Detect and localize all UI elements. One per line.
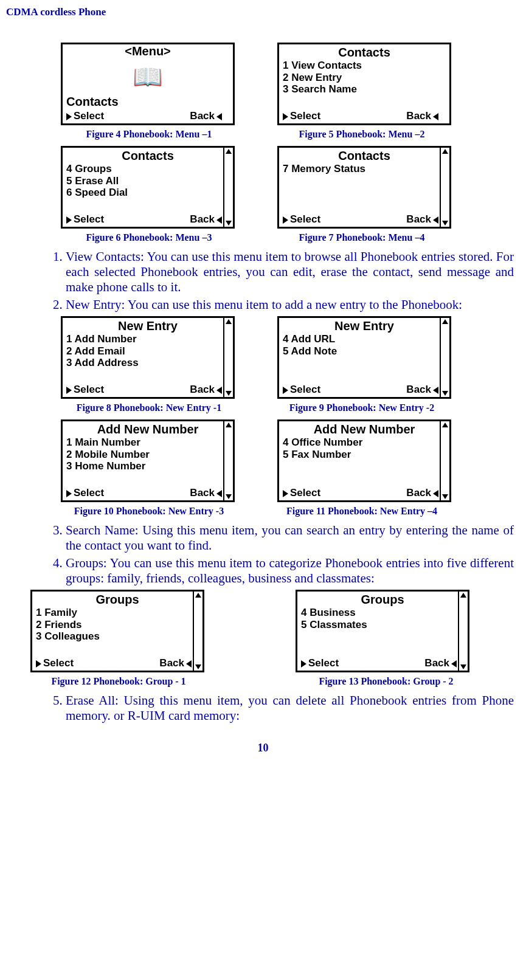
figure-caption: Figure 10 Phonebook: New Entry -3 bbox=[61, 506, 237, 517]
book-icon: 📖 bbox=[63, 58, 233, 95]
figure-row-2: Contacts 4 Groups 5 Erase All 6 Speed Di… bbox=[6, 146, 520, 229]
lcd-groups-1: Groups 1 Family 2 Friends 3 Colleagues S… bbox=[30, 590, 204, 672]
figure-caption: Figure 7 Phonebook: Menu –4 bbox=[274, 232, 450, 243]
lcd-menu-4: Contacts 7 Memory Status Select Back bbox=[277, 146, 451, 229]
scroll-down-icon bbox=[442, 221, 448, 226]
figure-caption: Figure 12 Phonebook: Group - 1 bbox=[30, 676, 207, 687]
scroll-up-icon bbox=[442, 149, 448, 154]
lcd-menu-3: Contacts 4 Groups 5 Erase All 6 Speed Di… bbox=[61, 146, 235, 229]
figure-caption: Figure 9 Phonebook: New Entry -2 bbox=[274, 402, 450, 413]
figure-caption: Figure 8 Phonebook: New Entry -1 bbox=[61, 402, 237, 413]
lcd-label: Contacts bbox=[63, 95, 233, 109]
menu-item: 6 Speed Dial bbox=[66, 187, 230, 199]
back-softkey: Back bbox=[190, 110, 222, 122]
figure-caption: Figure 5 Phonebook: Menu –2 bbox=[274, 129, 450, 140]
lcd-newentry-1: New Entry 1 Add Number 2 Add Email 3 Add… bbox=[61, 316, 235, 399]
caption-row: Figure 6 Phonebook: Menu –3 Figure 7 Pho… bbox=[6, 232, 520, 243]
figure-row-4: Add New Number 1 Main Number 2 Mobile Nu… bbox=[6, 419, 520, 502]
body-text: Search Name: Using this menu item, you c… bbox=[6, 523, 520, 586]
caption-row: Figure 8 Phonebook: New Entry -1 Figure … bbox=[6, 402, 520, 413]
back-softkey: Back bbox=[406, 110, 438, 122]
triangle-right-icon bbox=[283, 387, 288, 394]
menu-item: 3 Add Address bbox=[66, 357, 230, 369]
lcd-title: Add New Number bbox=[63, 421, 233, 437]
back-softkey: Back bbox=[406, 384, 438, 396]
triangle-right-icon bbox=[283, 490, 288, 497]
select-softkey: Select bbox=[66, 384, 104, 396]
scroll-down-icon bbox=[195, 664, 201, 669]
menu-item: 2 New Entry bbox=[283, 72, 447, 84]
figure-caption: Figure 6 Phonebook: Menu –3 bbox=[61, 232, 237, 243]
triangle-right-icon bbox=[66, 387, 72, 394]
list-item: View Contacts: You can use this menu ite… bbox=[66, 249, 514, 295]
menu-item: 4 Add URL bbox=[283, 333, 447, 345]
menu-item: 1 Family bbox=[36, 607, 200, 619]
menu-item: 3 Home Number bbox=[66, 460, 230, 472]
menu-item: 3 Colleagues bbox=[36, 630, 200, 643]
select-softkey: Select bbox=[283, 384, 320, 396]
scroll-down-icon bbox=[460, 664, 466, 669]
triangle-right-icon bbox=[301, 660, 306, 668]
select-softkey: Select bbox=[36, 657, 74, 669]
menu-item: 1 Main Number bbox=[66, 437, 230, 449]
lcd-groups-2: Groups 4 Business 5 Classmates Select Ba… bbox=[296, 590, 469, 672]
lcd-title: Contacts bbox=[279, 148, 449, 163]
triangle-left-icon bbox=[186, 660, 192, 668]
figure-caption: Figure 13 Phonebook: Group - 2 bbox=[298, 676, 474, 687]
menu-item: 4 Office Number bbox=[283, 437, 447, 449]
scroll-up-icon bbox=[226, 423, 232, 427]
lcd-newentry-3: Add New Number 1 Main Number 2 Mobile Nu… bbox=[61, 419, 235, 502]
menu-item: 5 Add Note bbox=[283, 345, 447, 357]
triangle-right-icon bbox=[66, 216, 72, 224]
figure-caption: Figure 4 Phonebook: Menu –1 bbox=[61, 129, 237, 140]
lcd-title: Groups bbox=[297, 592, 468, 607]
list-item: Search Name: Using this menu item, you c… bbox=[66, 523, 514, 553]
scroll-up-icon bbox=[226, 319, 232, 324]
lcd-title: Contacts bbox=[63, 148, 233, 163]
scroll-up-icon bbox=[442, 319, 448, 324]
triangle-left-icon bbox=[216, 216, 222, 224]
back-softkey: Back bbox=[424, 657, 457, 669]
triangle-left-icon bbox=[433, 387, 438, 394]
menu-item: 5 Erase All bbox=[66, 175, 230, 187]
triangle-right-icon bbox=[283, 113, 288, 120]
scroll-down-icon bbox=[226, 494, 232, 499]
lcd-menu-1: <Menu> 📖 Contacts Select Back bbox=[61, 43, 235, 125]
triangle-left-icon bbox=[216, 490, 222, 497]
caption-row: Figure 10 Phonebook: New Entry -3 Figure… bbox=[6, 506, 520, 517]
body-text: Erase All: Using this menu item, you can… bbox=[6, 693, 520, 723]
triangle-left-icon bbox=[216, 387, 222, 394]
figure-row-5: Groups 1 Family 2 Friends 3 Colleagues S… bbox=[6, 590, 520, 672]
select-softkey: Select bbox=[66, 487, 104, 499]
back-softkey: Back bbox=[190, 384, 222, 396]
select-softkey: Select bbox=[283, 110, 320, 122]
list-item: Groups: You can use this menu item to ca… bbox=[66, 556, 514, 586]
scroll-up-icon bbox=[460, 593, 466, 598]
lcd-title: <Menu> bbox=[63, 44, 233, 58]
scroll-down-icon bbox=[226, 391, 232, 396]
list-item: New Entry: You can use this menu item to… bbox=[66, 297, 514, 312]
select-softkey: Select bbox=[66, 213, 104, 226]
back-softkey: Back bbox=[190, 213, 222, 226]
list-item: Erase All: Using this menu item, you can… bbox=[66, 693, 514, 723]
lcd-title: Contacts bbox=[279, 44, 449, 60]
menu-item: 5 Fax Number bbox=[283, 449, 447, 461]
menu-item: 5 Classmates bbox=[301, 619, 465, 631]
triangle-left-icon bbox=[433, 216, 438, 224]
page-header: CDMA cordless Phone bbox=[6, 6, 520, 18]
figure-caption: Figure 11 Phonebook: New Entry –4 bbox=[274, 506, 450, 517]
select-softkey: Select bbox=[301, 657, 339, 669]
triangle-left-icon bbox=[433, 490, 438, 497]
lcd-title: New Entry bbox=[63, 318, 233, 333]
triangle-left-icon bbox=[451, 660, 457, 668]
lcd-title: Add New Number bbox=[279, 421, 449, 437]
triangle-right-icon bbox=[66, 113, 72, 120]
select-softkey: Select bbox=[283, 487, 320, 499]
caption-row: Figure 12 Phonebook: Group - 1 Figure 13… bbox=[6, 676, 520, 687]
figure-row-1: <Menu> 📖 Contacts Select Back Contacts 1… bbox=[6, 43, 520, 125]
menu-item: 2 Mobile Number bbox=[66, 449, 230, 461]
menu-item: 1 Add Number bbox=[66, 333, 230, 345]
triangle-right-icon bbox=[36, 660, 41, 668]
lcd-title: Groups bbox=[32, 592, 202, 607]
select-softkey: Select bbox=[283, 213, 320, 226]
